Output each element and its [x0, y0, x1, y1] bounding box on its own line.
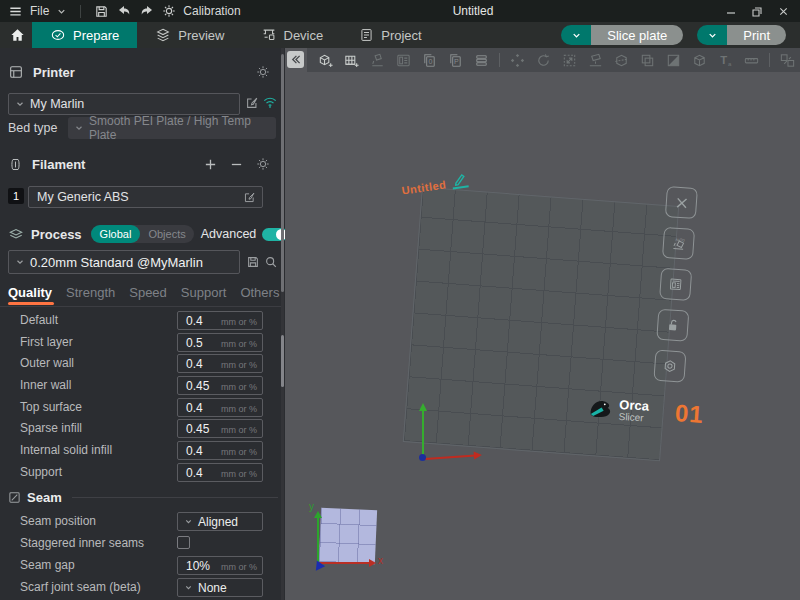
arrange-icon[interactable]: [395, 52, 412, 69]
seam-position-row: Seam position Aligned: [0, 511, 283, 533]
fill-color-icon[interactable]: [665, 52, 682, 69]
seam-position-label: Seam position: [20, 514, 96, 528]
staggered-seams-row: Staggered inner seams: [0, 533, 283, 555]
param-row: Inner wall 0.45 mm or %: [0, 375, 283, 397]
assembly-icon[interactable]: [691, 52, 708, 69]
auto-orient-plate-button[interactable]: AUTO: [662, 227, 695, 260]
seam-gap-unit: mm or %: [221, 562, 257, 572]
add-plate-icon[interactable]: [343, 52, 360, 69]
slice-options-dropdown[interactable]: [561, 25, 591, 45]
measure-icon[interactable]: [743, 52, 760, 69]
wifi-connection-icon[interactable]: [262, 95, 278, 109]
param-input[interactable]: 0.45 mm or %: [177, 419, 263, 438]
minimize-button[interactable]: [720, 2, 742, 20]
tab-strength[interactable]: Strength: [66, 285, 115, 300]
edit-printer-icon[interactable]: [245, 96, 259, 110]
x-axis-arrow: [425, 454, 479, 460]
seam-gap-input[interactable]: 10% mm or %: [177, 556, 263, 575]
print-button[interactable]: Print: [727, 25, 786, 45]
bed-type-select[interactable]: Smooth PEI Plate / High Temp Plate: [68, 117, 276, 139]
param-input[interactable]: 0.5 mm or %: [177, 333, 263, 352]
printer-preset-select[interactable]: My Marlin: [8, 93, 240, 115]
slice-plate-split-button: Slice plate: [561, 25, 683, 45]
sidebar-scrollbar-thumb[interactable]: [281, 54, 284, 292]
edit-plate-name-icon[interactable]: [451, 171, 468, 186]
param-value: 0.4: [186, 401, 203, 415]
viewport-3d[interactable]: 0 P Ta: [285, 48, 800, 600]
seam-header-label: Seam: [27, 490, 62, 505]
scarf-seam-select[interactable]: None: [177, 578, 263, 597]
save-preset-icon[interactable]: [246, 255, 260, 269]
file-menu[interactable]: File: [30, 4, 49, 18]
scope-global[interactable]: Global: [91, 225, 141, 243]
seam-gap-row: Seam gap 10% mm or %: [0, 555, 283, 577]
param-input[interactable]: 0.4 mm or %: [177, 354, 263, 373]
rotate-icon[interactable]: [535, 52, 552, 69]
param-input[interactable]: 0.45 mm or %: [177, 376, 263, 395]
copy-icon[interactable]: 0: [421, 52, 438, 69]
save-icon[interactable]: [94, 4, 109, 19]
cut-icon[interactable]: [613, 52, 630, 69]
lay-on-face-icon[interactable]: [587, 52, 604, 69]
tab-quality[interactable]: Quality: [8, 285, 52, 300]
add-object-icon[interactable]: [317, 52, 334, 69]
paste-icon[interactable]: P: [447, 52, 464, 69]
param-unit: mm or %: [221, 404, 257, 414]
tab-preview[interactable]: Preview: [137, 22, 242, 48]
text-icon[interactable]: Ta: [717, 52, 734, 69]
scope-objects[interactable]: Objects: [140, 228, 193, 240]
param-input[interactable]: 0.4 mm or %: [177, 398, 263, 417]
edit-filament-icon[interactable]: [243, 191, 256, 204]
search-preset-icon[interactable]: [264, 255, 278, 269]
process-header-label: Process: [31, 227, 82, 242]
add-filament-icon[interactable]: [204, 158, 217, 171]
param-input[interactable]: 0.4 mm or %: [177, 311, 263, 330]
process-preset-select[interactable]: 0.20mm Standard @MyMarlin: [8, 250, 240, 274]
process-icon: [8, 227, 24, 241]
printer-settings-gear-icon[interactable]: [256, 65, 270, 79]
auto-orient-icon[interactable]: [369, 52, 386, 69]
print-options-dropdown[interactable]: [697, 25, 727, 45]
slice-plate-button[interactable]: Slice plate: [591, 25, 683, 45]
tab-project[interactable]: Project: [341, 22, 439, 48]
plate-settings-button[interactable]: [653, 350, 686, 383]
tab-others[interactable]: Others: [240, 285, 279, 300]
layer-stack-icon[interactable]: [473, 52, 490, 69]
param-input[interactable]: 0.4 mm or %: [177, 463, 263, 482]
tab-speed[interactable]: Speed: [129, 285, 167, 300]
orca-logo-icon: [587, 397, 614, 420]
tab-prepare[interactable]: Prepare: [32, 22, 137, 48]
chevron-down-icon: [15, 99, 25, 109]
chevron-down-icon[interactable]: [56, 6, 67, 17]
arrange-plate-button[interactable]: [659, 268, 692, 301]
param-input[interactable]: 0.4 mm or %: [177, 441, 263, 460]
tab-device[interactable]: Device: [243, 22, 342, 48]
clone-icon[interactable]: [639, 52, 656, 69]
calibration-menu[interactable]: Calibration: [183, 4, 240, 18]
chevron-down-icon: [184, 517, 193, 526]
calibration-gear-icon[interactable]: [162, 4, 176, 18]
close-button[interactable]: [772, 2, 794, 20]
staggered-seams-checkbox[interactable]: [177, 536, 190, 549]
project-icon: [359, 27, 374, 43]
restore-button[interactable]: [746, 2, 768, 20]
seam-position-select[interactable]: Aligned: [177, 512, 263, 531]
redo-icon[interactable]: [139, 4, 155, 18]
filament-preset-input[interactable]: My Generic ABS: [28, 186, 263, 208]
params-scrollbar-thumb[interactable]: [281, 335, 284, 387]
device-icon: [261, 27, 277, 43]
home-button[interactable]: [2, 22, 32, 48]
move-icon[interactable]: [509, 52, 526, 69]
split-icon[interactable]: [779, 52, 796, 69]
tab-support[interactable]: Support: [181, 285, 227, 300]
undo-icon[interactable]: [116, 4, 132, 18]
delete-plate-button[interactable]: [665, 186, 698, 219]
printer-icon: [8, 64, 24, 80]
hamburger-menu-icon[interactable]: [8, 4, 23, 19]
plate-thumbnail[interactable]: y x: [305, 503, 391, 575]
scale-icon[interactable]: [561, 52, 578, 69]
lock-plate-button[interactable]: [656, 309, 689, 342]
filament-settings-gear-icon[interactable]: [256, 157, 270, 171]
remove-filament-icon[interactable]: [230, 158, 243, 171]
collapse-sidebar-button[interactable]: [287, 51, 304, 68]
